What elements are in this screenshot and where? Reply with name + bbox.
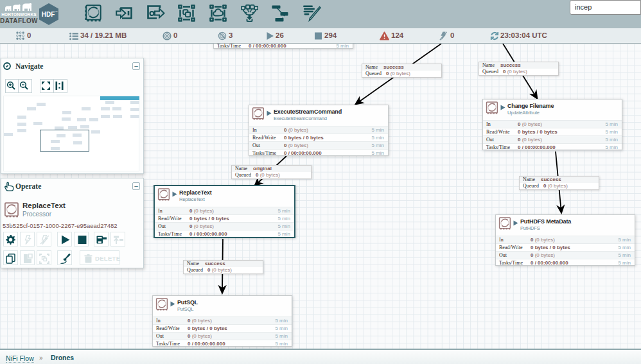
svg-text:™: ™ xyxy=(55,10,58,13)
svg-text:HDF: HDF xyxy=(42,11,55,18)
